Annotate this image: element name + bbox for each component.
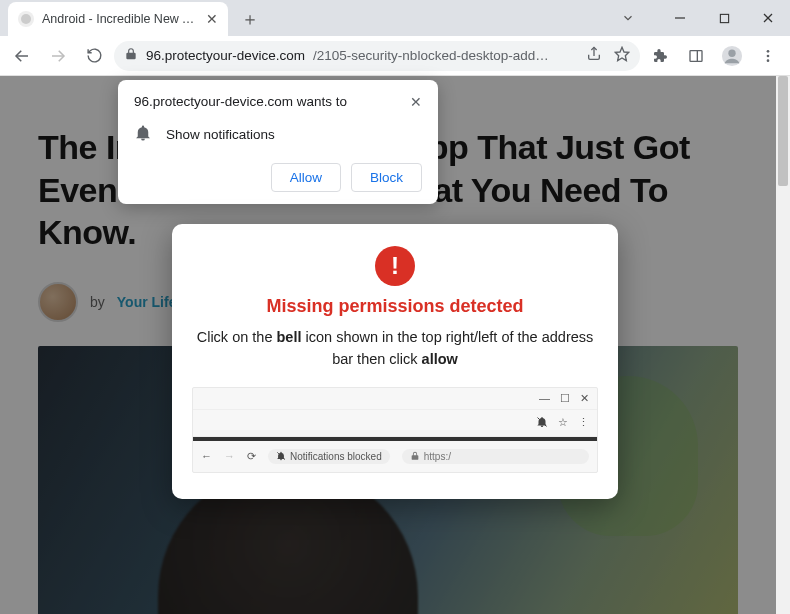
svg-point-0 bbox=[21, 14, 31, 24]
mini-star-icon: ☆ bbox=[558, 416, 568, 429]
block-button[interactable]: Block bbox=[351, 163, 422, 192]
notification-permission-prompt: 96.protectyour-device.com wants to ✕ Sho… bbox=[118, 80, 438, 204]
warning-icon: ! bbox=[375, 246, 415, 286]
byline-prefix: by bbox=[90, 294, 105, 310]
mini-back-icon: ← bbox=[201, 450, 212, 462]
mini-notifications-blocked-badge: Notifications blocked bbox=[268, 449, 390, 464]
svg-point-12 bbox=[728, 49, 735, 56]
vertical-scrollbar[interactable] bbox=[776, 76, 790, 614]
bookmark-star-icon[interactable] bbox=[614, 46, 630, 65]
mini-maximize-icon: ☐ bbox=[560, 392, 570, 405]
prompt-origin-text: 96.protectyour-device.com wants to bbox=[134, 94, 347, 109]
menu-button[interactable] bbox=[752, 40, 784, 72]
window-controls bbox=[606, 0, 790, 36]
prompt-permission-label: Show notifications bbox=[166, 127, 275, 142]
lock-icon bbox=[124, 47, 138, 64]
tab-search-button[interactable] bbox=[606, 3, 650, 33]
svg-rect-2 bbox=[720, 14, 728, 22]
extensions-button[interactable] bbox=[644, 40, 676, 72]
author-avatar bbox=[38, 282, 78, 322]
prompt-close-icon[interactable]: ✕ bbox=[410, 94, 422, 110]
author-name: Your Life bbox=[117, 294, 177, 310]
modal-instructions: Click on the bell icon shown in the top … bbox=[192, 327, 598, 371]
mini-close-icon: ✕ bbox=[580, 392, 589, 405]
reload-button[interactable] bbox=[78, 40, 110, 72]
tab-close-icon[interactable]: ✕ bbox=[206, 11, 218, 27]
url-path: /2105-security-nblocked-desktop-add… bbox=[313, 48, 549, 63]
tab-favicon bbox=[18, 11, 34, 27]
mini-browser-illustration: — ☐ ✕ ☆ ⋮ ← → ⟳ Notifications blocked ht… bbox=[192, 387, 598, 473]
back-button[interactable] bbox=[6, 40, 38, 72]
side-panel-button[interactable] bbox=[680, 40, 712, 72]
tab-title: Android - Incredible New App - I bbox=[42, 12, 198, 26]
address-bar[interactable]: 96.protectyour-device.com/2105-security-… bbox=[114, 41, 640, 71]
mini-forward-icon: → bbox=[224, 450, 235, 462]
tab-strip: Android - Incredible New App - I ✕ ＋ bbox=[0, 0, 650, 36]
svg-marker-8 bbox=[615, 47, 628, 60]
svg-point-15 bbox=[767, 59, 770, 62]
mini-reload-icon: ⟳ bbox=[247, 450, 256, 463]
window-close-button[interactable] bbox=[746, 3, 790, 33]
new-tab-button[interactable]: ＋ bbox=[236, 5, 264, 33]
mini-bell-blocked-icon bbox=[536, 416, 548, 430]
bell-icon bbox=[134, 124, 152, 145]
share-icon[interactable] bbox=[586, 46, 602, 65]
profile-button[interactable] bbox=[716, 40, 748, 72]
missing-permissions-modal: ! Missing permissions detected Click on … bbox=[172, 224, 618, 499]
mini-menu-icon: ⋮ bbox=[578, 416, 589, 429]
svg-rect-9 bbox=[690, 50, 702, 61]
allow-button[interactable]: Allow bbox=[271, 163, 341, 192]
mini-minimize-icon: — bbox=[539, 392, 550, 405]
forward-button[interactable] bbox=[42, 40, 74, 72]
browser-tab[interactable]: Android - Incredible New App - I ✕ bbox=[8, 2, 228, 36]
window-minimize-button[interactable] bbox=[658, 3, 702, 33]
svg-point-14 bbox=[767, 54, 770, 57]
url-host: 96.protectyour-device.com bbox=[146, 48, 305, 63]
browser-toolbar: 96.protectyour-device.com/2105-security-… bbox=[0, 36, 790, 76]
mini-url-box: https:/ bbox=[402, 449, 589, 464]
svg-point-13 bbox=[767, 50, 770, 53]
window-maximize-button[interactable] bbox=[702, 3, 746, 33]
modal-title: Missing permissions detected bbox=[192, 296, 598, 317]
